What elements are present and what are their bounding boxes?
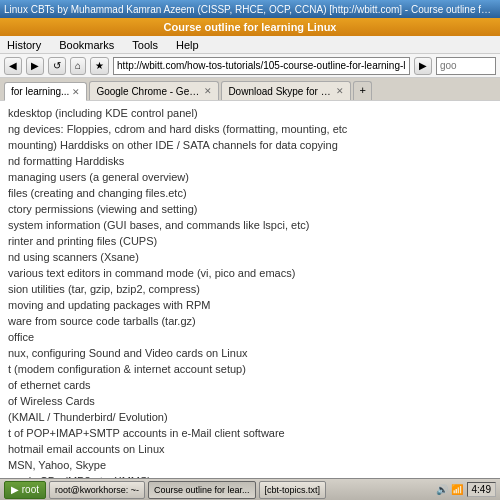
list-item: ng devices: Floppies, cdrom and hard dis… [8,121,492,137]
tab-2-close[interactable]: ✕ [336,86,344,96]
menu-tools[interactable]: Tools [129,38,161,52]
list-item: ware from source code tarballs (tar.gz) [8,313,492,329]
tab-0[interactable]: for learning... ✕ [4,82,87,101]
tab-0-close[interactable]: ✕ [72,87,80,97]
taskbar-btn-0[interactable]: root@kworkhorse: ~- [49,481,145,499]
tab-2[interactable]: Download Skype for Linux ✕ [221,81,351,100]
list-item: managing users (a general overview) [8,169,492,185]
list-item: t (modem configuration & internet accoun… [8,361,492,377]
list-item: of Wireless Cards [8,393,492,409]
page-nav-bar: Course outline for learning Linux [0,18,500,36]
taskbar-btn-1-label: Course outline for lear... [154,485,250,495]
list-item: nd using scanners (Xsane) [8,249,492,265]
page-content: kdesktop (including KDE control panel)ng… [0,100,500,478]
tab-1-label: Google Chrome - Get a fa... [96,86,201,97]
list-item: mounting) Harddisks on other IDE / SATA … [8,137,492,153]
menu-history[interactable]: History [4,38,44,52]
list-item: various text editors in command mode (vi… [8,265,492,281]
system-icons: 🔊 📶 [436,484,463,495]
list-item: rinter and printing files (CUPS) [8,233,492,249]
taskbar: ▶ root root@kworkhorse: ~- Course outlin… [0,478,500,500]
taskbar-btn-2[interactable]: [cbt-topics.txt] [259,481,327,499]
taskbar-btn-2-label: [cbt-topics.txt] [265,485,321,495]
go-button[interactable]: ▶ [414,57,432,75]
tab-1[interactable]: Google Chrome - Get a fa... ✕ [89,81,219,100]
list-item: system information (GUI bases, and comma… [8,217,492,233]
list-item: nd formatting Harddisks [8,153,492,169]
menu-bar: History Bookmarks Tools Help [0,36,500,54]
list-item: t of POP+IMAP+SMTP accounts in e-Mail cl… [8,425,492,441]
list-item: nux, configuring Sound and Video cards o… [8,345,492,361]
list-item: ctory permissions (viewing and setting) [8,201,492,217]
taskbar-right: 🔊 📶 4:49 [436,482,496,497]
list-item: files (creating and changing files.etc) [8,185,492,201]
address-bar: ◀ ▶ ↺ ⌂ ★ ▶ [0,54,500,78]
list-item: sion utilities (tar, gzip, bzip2, compre… [8,281,492,297]
address-input[interactable] [113,57,410,75]
tab-0-label: for learning... [11,86,69,97]
list-item: moving and updating packages with RPM [8,297,492,313]
tab-2-label: Download Skype for Linux [228,86,333,97]
refresh-button[interactable]: ↺ [48,57,66,75]
taskbar-btn-0-label: root@kworkhorse: ~- [55,485,139,495]
menu-help[interactable]: Help [173,38,202,52]
taskbar-btn-1[interactable]: Course outline for lear... [148,481,256,499]
list-item: hotmail email accounts on Linux [8,441,492,457]
tabs-bar: for learning... ✕ Google Chrome - Get a … [0,78,500,100]
title-text: Linux CBTs by Muhammad Kamran Azeem (CIS… [4,4,496,15]
list-item: office [8,329,492,345]
search-input[interactable] [436,57,496,75]
taskbar-clock: 4:49 [467,482,496,497]
start-label: ▶ root [11,484,39,495]
menu-bookmarks[interactable]: Bookmarks [56,38,117,52]
star-button[interactable]: ★ [90,57,109,75]
back-button[interactable]: ◀ [4,57,22,75]
list-item: MSN, Yahoo, Skype [8,457,492,473]
list-item: (KMAIL / Thunderbird/ Evolution) [8,409,492,425]
start-button[interactable]: ▶ root [4,481,46,499]
list-item: of ethernet cards [8,377,492,393]
forward-button[interactable]: ▶ [26,57,44,75]
new-tab-button[interactable]: + [353,81,371,100]
list-item: kdesktop (including KDE control panel) [8,105,492,121]
home-button[interactable]: ⌂ [70,57,86,75]
title-bar: Linux CBTs by Muhammad Kamran Azeem (CIS… [0,0,500,18]
tab-1-close[interactable]: ✕ [204,86,212,96]
nav-bar-title: Course outline for learning Linux [164,21,337,33]
